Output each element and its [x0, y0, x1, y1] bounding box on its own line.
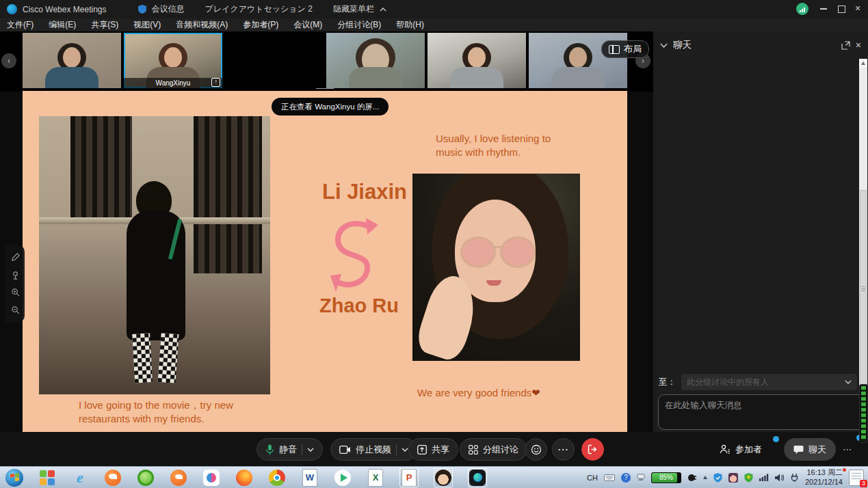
menu-file[interactable]: 文件(F)	[7, 19, 34, 31]
zoom-out-icon[interactable]	[11, 306, 20, 314]
tray-mini-device-icon[interactable]	[637, 474, 645, 481]
chevron-up-icon[interactable]	[380, 8, 386, 12]
remote-control-icon[interactable]	[11, 271, 20, 280]
taskbar-icon-avatar-app[interactable]	[434, 468, 453, 487]
video-thumb-participant-4[interactable]	[326, 33, 425, 88]
participants-label: 参加者	[735, 444, 762, 456]
tray-clock[interactable]: 16:13 周二 2021/12/14	[805, 468, 843, 487]
stop-video-button[interactable]: 停止视频	[330, 438, 417, 461]
chat-message-input[interactable]	[658, 394, 865, 430]
photo-art-layer	[493, 246, 501, 248]
popout-panel-icon[interactable]	[841, 41, 850, 50]
taskbar-icon-powerpoint[interactable]: P	[399, 468, 419, 487]
layout-button[interactable]: 布局	[601, 40, 649, 58]
chevron-down-icon[interactable]	[307, 448, 314, 452]
chat-scrollbar[interactable]	[859, 59, 867, 418]
menu-audio-video[interactable]: 音频和视频(A)	[176, 19, 228, 31]
menu-breakout[interactable]: 分组讨论(B)	[337, 19, 381, 31]
chevron-down-icon[interactable]	[402, 448, 408, 452]
mute-button[interactable]: 静音	[257, 438, 323, 461]
close-button[interactable]: ×	[854, 4, 862, 12]
close-panel-icon[interactable]: ×	[856, 40, 861, 51]
video-thumb-camera-off[interactable]	[225, 33, 324, 88]
menu-share[interactable]: 共享(S)	[91, 19, 118, 31]
viewing-screen-banner: 正在查看 WangXinyu 的屏...	[272, 98, 389, 116]
scroll-left-button[interactable]: ‹	[1, 53, 16, 68]
language-indicator[interactable]: CH	[587, 474, 598, 482]
power-adapter-icon[interactable]	[687, 474, 697, 482]
more-dots-icon: ⋯	[557, 443, 569, 456]
zoom-in-icon[interactable]	[11, 288, 20, 297]
taskbar-icon-chrome[interactable]	[268, 469, 286, 487]
participant-torso	[349, 67, 402, 88]
heart-icon: ❤	[531, 387, 540, 398]
menu-help[interactable]: 帮助(H)	[396, 19, 424, 31]
breakout-sessions-button[interactable]: 分组讨论	[460, 438, 527, 461]
taskbar-icon-orange-browser[interactable]	[104, 469, 122, 487]
chat-label: 聊天	[808, 444, 826, 456]
taskbar-icon-tencent-video[interactable]	[334, 469, 352, 487]
slide-text-movie: I love going to the movie，try new restau…	[79, 398, 255, 426]
participants-button[interactable]: 参加者	[720, 438, 762, 461]
reactions-button[interactable]	[525, 438, 547, 461]
chat-button[interactable]: 聊天	[784, 438, 836, 461]
notification-center-icon[interactable]: 3	[849, 470, 864, 486]
menu-meeting[interactable]: 会议(M)	[293, 19, 322, 31]
taskbar-icon-internet-explorer[interactable]: e	[71, 469, 89, 487]
taskbar-icon-orange-browser-2[interactable]	[170, 469, 187, 487]
more-options-button[interactable]: ⋯	[552, 438, 575, 461]
video-thumb-wangxinyu[interactable]: WangXinyu ↑	[124, 33, 222, 88]
tray-avatar-icon[interactable]	[728, 473, 738, 483]
leave-meeting-button[interactable]	[581, 438, 604, 461]
maximize-button[interactable]	[837, 5, 845, 13]
taskbar-icon-webex[interactable]	[468, 468, 487, 487]
meeting-info-button[interactable]: 会议信息	[152, 3, 185, 15]
ime-help-icon[interactable]: ?	[621, 473, 631, 483]
shared-screen-slide: I love going to the movie，try new restau…	[23, 91, 627, 432]
photo-art-layer	[132, 333, 153, 383]
menubar: 文件(F) 编辑(E) 共享(S) 视图(V) 音频和视频(A) 参加者(P) …	[0, 18, 868, 31]
taskbar-icon-firefox[interactable]	[235, 469, 253, 487]
annotate-pen-icon[interactable]	[11, 253, 20, 262]
connection-quality-icon[interactable]	[796, 3, 808, 15]
antivirus-shield-icon[interactable]	[744, 473, 753, 483]
video-thumb-participant-1[interactable]	[23, 33, 121, 88]
slide-name-zhao-ru: Zhao Ru	[304, 295, 414, 317]
more-dots-icon: ⋯	[843, 444, 852, 455]
video-thumb-participant-5[interactable]	[428, 33, 526, 88]
taskbar-icon-word[interactable]: W	[301, 469, 319, 487]
taskbar-icon-excel[interactable]: X	[367, 469, 384, 487]
start-button[interactable]	[5, 469, 23, 487]
clock-date: 2021/12/14	[805, 478, 843, 486]
chevron-down-icon	[845, 380, 852, 384]
keyboard-icon[interactable]	[604, 474, 615, 481]
security-shield-icon[interactable]	[713, 473, 722, 483]
minimize-button[interactable]	[819, 5, 828, 13]
battery-indicator[interactable]: 85%	[651, 472, 681, 483]
taskbar-icon-baidu-netdisk[interactable]	[202, 469, 220, 487]
taskbar-icon-green-browser[interactable]	[137, 469, 155, 487]
share-side-toolbar	[5, 245, 25, 323]
windows-logo-icon	[5, 469, 23, 487]
menu-participants[interactable]: 参加者(P)	[243, 19, 278, 31]
power-plug-icon[interactable]	[790, 473, 799, 482]
chevron-down-icon[interactable]	[660, 43, 668, 48]
hide-menubar-button[interactable]: 隐藏菜单栏	[333, 3, 374, 15]
network-signal-icon[interactable]	[759, 474, 769, 481]
recipient-dropdown[interactable]: 此分组讨论中的所有人	[681, 374, 857, 390]
clock-time: 16:13 周二	[806, 468, 843, 476]
chat-panel-header: 聊天 ×	[653, 31, 868, 59]
menu-edit[interactable]: 编辑(E)	[49, 19, 76, 31]
scrollbar-up-arrow[interactable]	[859, 59, 867, 68]
taskbar-icon-app-squares[interactable]	[38, 469, 56, 487]
volume-icon[interactable]	[775, 474, 784, 482]
share-button[interactable]: 共享	[408, 438, 458, 461]
more-panels-button[interactable]: ⋯	[843, 438, 852, 461]
session-name: ブレイクアウトセッション 2	[205, 3, 313, 15]
menu-view[interactable]: 视图(V)	[133, 19, 161, 31]
scrollbar-thumb[interactable]	[860, 190, 867, 387]
tray-expand-icon[interactable]	[703, 476, 707, 479]
breakout-grid-icon	[469, 445, 478, 455]
slide-text-friends: We are very good friends❤	[417, 387, 540, 399]
titlebar: Cisco Webex Meetings 会议信息 ブレイクアウトセッション 2…	[0, 0, 868, 18]
